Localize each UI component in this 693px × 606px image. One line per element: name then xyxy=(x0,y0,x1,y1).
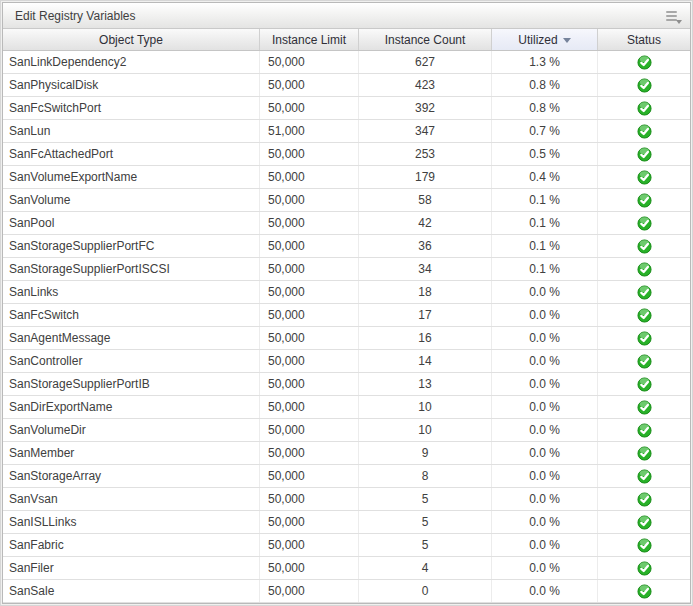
cell-status xyxy=(598,396,690,418)
table-row[interactable]: SanAgentMessage 50,000 16 0.0 % xyxy=(3,327,690,350)
grid-header-row: Object Type Instance Limit Instance Coun… xyxy=(3,29,690,51)
cell-status xyxy=(598,143,690,165)
cell-instance-count: 36 xyxy=(359,235,492,257)
column-header-object-type[interactable]: Object Type xyxy=(3,29,260,50)
cell-status xyxy=(598,488,690,510)
cell-instance-limit: 50,000 xyxy=(260,488,359,510)
cell-instance-count: 9 xyxy=(359,442,492,464)
table-row[interactable]: SanVolumeExportName 50,000 179 0.4 % xyxy=(3,166,690,189)
column-header-instance-count[interactable]: Instance Count xyxy=(359,29,492,50)
status-ok-icon xyxy=(637,262,652,277)
table-row[interactable]: SanVolumeDir 50,000 10 0.0 % xyxy=(3,419,690,442)
cell-utilized: 0.8 % xyxy=(492,74,598,96)
cell-instance-count: 423 xyxy=(359,74,492,96)
cell-instance-count: 392 xyxy=(359,97,492,119)
cell-status xyxy=(598,419,690,441)
column-header-status[interactable]: Status xyxy=(598,29,690,50)
cell-object-type: SanSale xyxy=(3,580,260,602)
panel-titlebar: Edit Registry Variables xyxy=(3,3,690,29)
cell-utilized: 0.7 % xyxy=(492,120,598,142)
cell-instance-count: 4 xyxy=(359,557,492,579)
cell-instance-limit: 50,000 xyxy=(260,189,359,211)
cell-utilized: 0.0 % xyxy=(492,419,598,441)
column-header-label: Instance Count xyxy=(385,33,466,47)
cell-object-type: SanFcAttachedPort xyxy=(3,143,260,165)
table-row[interactable]: SanSale 50,000 0 0.0 % xyxy=(3,580,690,603)
table-row[interactable]: SanMember 50,000 9 0.0 % xyxy=(3,442,690,465)
column-header-utilized[interactable]: Utilized xyxy=(492,29,598,50)
cell-instance-count: 42 xyxy=(359,212,492,234)
table-row[interactable]: SanController 50,000 14 0.0 % xyxy=(3,350,690,373)
status-ok-icon xyxy=(637,492,652,507)
cell-instance-limit: 50,000 xyxy=(260,511,359,533)
cell-object-type: SanFcSwitch xyxy=(3,304,260,326)
table-row[interactable]: SanVsan 50,000 5 0.0 % xyxy=(3,488,690,511)
table-row[interactable]: SanStorageArray 50,000 8 0.0 % xyxy=(3,465,690,488)
status-ok-icon xyxy=(637,55,652,70)
column-header-instance-limit[interactable]: Instance Limit xyxy=(260,29,359,50)
table-row[interactable]: SanLinkDependency2 50,000 627 1.3 % xyxy=(3,51,690,74)
table-row[interactable]: SanFcSwitch 50,000 17 0.0 % xyxy=(3,304,690,327)
status-ok-icon xyxy=(637,331,652,346)
cell-utilized: 0.0 % xyxy=(492,281,598,303)
table-row[interactable]: SanVolume 50,000 58 0.1 % xyxy=(3,189,690,212)
cell-object-type: SanLun xyxy=(3,120,260,142)
cell-instance-count: 18 xyxy=(359,281,492,303)
cell-instance-limit: 50,000 xyxy=(260,419,359,441)
table-row[interactable]: SanISLLinks 50,000 5 0.0 % xyxy=(3,511,690,534)
grid-menu-icon[interactable] xyxy=(666,9,682,23)
cell-status xyxy=(598,511,690,533)
cell-object-type: SanFabric xyxy=(3,534,260,556)
status-ok-icon xyxy=(637,354,652,369)
cell-status xyxy=(598,534,690,556)
cell-status xyxy=(598,373,690,395)
cell-instance-count: 10 xyxy=(359,419,492,441)
table-row[interactable]: SanFcAttachedPort 50,000 253 0.5 % xyxy=(3,143,690,166)
cell-object-type: SanStorageSupplierPortISCSI xyxy=(3,258,260,280)
column-header-label: Instance Limit xyxy=(272,33,346,47)
cell-instance-limit: 50,000 xyxy=(260,465,359,487)
cell-utilized: 0.5 % xyxy=(492,143,598,165)
table-row[interactable]: SanFcSwitchPort 50,000 392 0.8 % xyxy=(3,97,690,120)
cell-instance-limit: 50,000 xyxy=(260,143,359,165)
cell-object-type: SanVolumeDir xyxy=(3,419,260,441)
status-ok-icon xyxy=(637,423,652,438)
table-row[interactable]: SanFabric 50,000 5 0.0 % xyxy=(3,534,690,557)
table-row[interactable]: SanStorageSupplierPortIB 50,000 13 0.0 % xyxy=(3,373,690,396)
cell-status xyxy=(598,580,690,602)
cell-instance-count: 58 xyxy=(359,189,492,211)
cell-instance-count: 13 xyxy=(359,373,492,395)
cell-status xyxy=(598,465,690,487)
cell-instance-limit: 50,000 xyxy=(260,327,359,349)
cell-utilized: 0.0 % xyxy=(492,327,598,349)
table-row[interactable]: SanLinks 50,000 18 0.0 % xyxy=(3,281,690,304)
status-ok-icon xyxy=(637,170,652,185)
table-row[interactable]: SanPool 50,000 42 0.1 % xyxy=(3,212,690,235)
cell-object-type: SanLinks xyxy=(3,281,260,303)
table-row[interactable]: SanFiler 50,000 4 0.0 % xyxy=(3,557,690,580)
cell-status xyxy=(598,74,690,96)
cell-utilized: 0.1 % xyxy=(492,235,598,257)
cell-utilized: 1.3 % xyxy=(492,51,598,73)
cell-utilized: 0.1 % xyxy=(492,258,598,280)
table-row[interactable]: SanPhysicalDisk 50,000 423 0.8 % xyxy=(3,74,690,97)
table-row[interactable]: SanLun 51,000 347 0.7 % xyxy=(3,120,690,143)
table-row[interactable]: SanStorageSupplierPortFC 50,000 36 0.1 % xyxy=(3,235,690,258)
cell-object-type: SanAgentMessage xyxy=(3,327,260,349)
cell-utilized: 0.0 % xyxy=(492,442,598,464)
cell-object-type: SanStorageArray xyxy=(3,465,260,487)
cell-utilized: 0.0 % xyxy=(492,580,598,602)
cell-status xyxy=(598,166,690,188)
table-row[interactable]: SanDirExportName 50,000 10 0.0 % xyxy=(3,396,690,419)
status-ok-icon xyxy=(637,193,652,208)
cell-instance-limit: 50,000 xyxy=(260,557,359,579)
column-header-label: Status xyxy=(627,33,661,47)
status-ok-icon xyxy=(637,78,652,93)
table-row[interactable]: SanStorageSupplierPortISCSI 50,000 34 0.… xyxy=(3,258,690,281)
cell-object-type: SanVolume xyxy=(3,189,260,211)
cell-status xyxy=(598,51,690,73)
cell-utilized: 0.0 % xyxy=(492,557,598,579)
cell-utilized: 0.8 % xyxy=(492,97,598,119)
column-header-label: Object Type xyxy=(99,33,163,47)
cell-instance-count: 8 xyxy=(359,465,492,487)
